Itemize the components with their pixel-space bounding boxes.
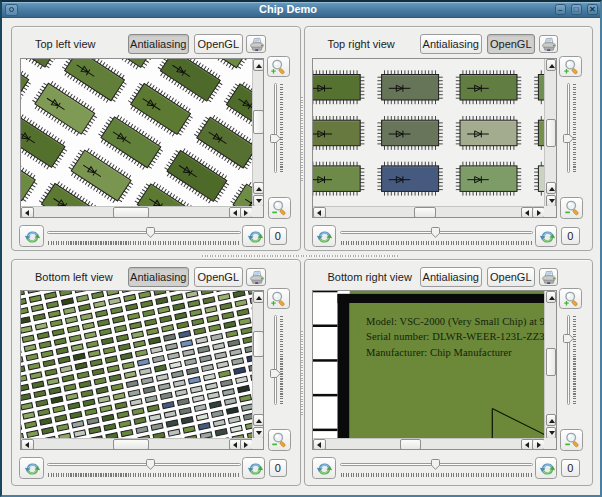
svg-text:Manufacturer: Chip Manufacture: Manufacturer: Chip Manufacturer — [366, 347, 512, 358]
svg-text:Serial number: DLWR-WEER-123L-: Serial number: DLWR-WEER-123L-ZZ33 — [366, 331, 546, 342]
svg-text:Model: VSC-2000 (Very Small Ch: Model: VSC-2000 (Very Small Chip) at 9 — [366, 316, 545, 328]
